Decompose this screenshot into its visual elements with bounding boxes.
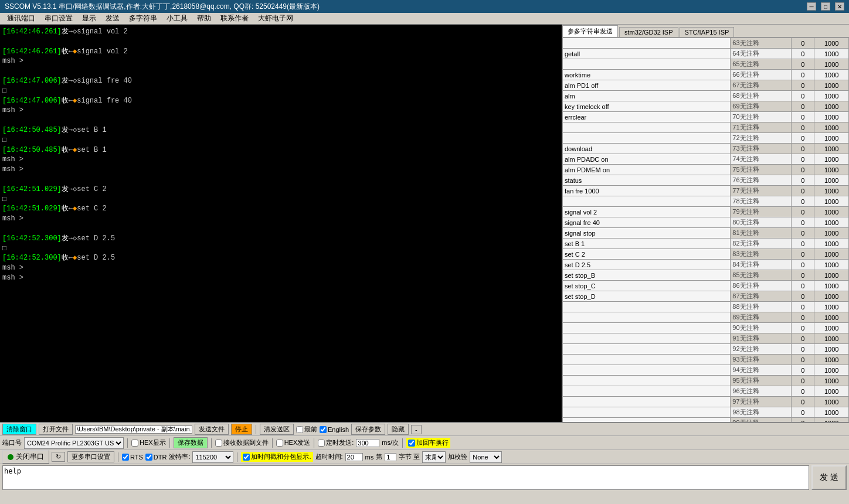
table-row[interactable]: set D 2.5 84无注释 0 1000 [563, 260, 849, 270]
table-row[interactable]: 88无注释 0 1000 [563, 302, 849, 312]
timed-send-label[interactable]: 定时发送: [318, 438, 354, 447]
send-area-button[interactable]: 清发送区 [260, 424, 294, 435]
menu-serial-settings[interactable]: 串口设置 [40, 13, 77, 24]
hex-send-checkbox[interactable] [276, 440, 283, 447]
byte-start-input[interactable] [385, 453, 396, 461]
table-row[interactable]: alm PDADC on 74无注释 0 1000 [563, 154, 849, 165]
hex-display-label[interactable]: HEX显示 [131, 438, 166, 447]
checksum-select[interactable]: None [470, 451, 502, 463]
cmd-cell: status [563, 175, 731, 186]
terminal-line: □ [2, 244, 559, 254]
table-row[interactable]: 96无注释 0 1000 [563, 386, 849, 397]
table-row[interactable]: errclear 70无注释 0 1000 [563, 112, 849, 122]
table-row[interactable]: alm 68无注释 0 1000 [563, 91, 849, 101]
table-row[interactable]: set stop_C 86无注释 0 1000 [563, 281, 849, 291]
timed-interval-input[interactable] [356, 439, 379, 447]
table-row[interactable]: key timelock off 69无注释 0 1000 [563, 101, 849, 112]
table-row[interactable]: 72无注释 0 1000 [563, 133, 849, 144]
table-row[interactable]: 91无注释 0 1000 [563, 333, 849, 344]
table-row[interactable]: 90无注释 0 1000 [563, 323, 849, 333]
table-row[interactable]: 71无注释 0 1000 [563, 122, 849, 133]
string-table-wrapper[interactable]: 63无注释 0 1000 getall 64无注释 0 1000 65无注释 0… [562, 38, 849, 422]
send-button[interactable]: 发 送 [811, 465, 847, 490]
table-row[interactable]: status 76无注释 0 1000 [563, 175, 849, 186]
timeout-input[interactable] [345, 453, 363, 461]
save-data-button[interactable]: 保存数据 [174, 437, 208, 448]
minimize-button[interactable]: ─ [807, 2, 816, 11]
hex-send-label[interactable]: HEX发送 [276, 438, 311, 447]
recv-to-file-label[interactable]: 接收数据到文件 [215, 438, 269, 447]
table-row[interactable]: set C 2 83无注释 0 1000 [563, 249, 849, 260]
timed-send-checkbox[interactable] [318, 440, 325, 447]
table-row[interactable]: worktime 66无注释 0 1000 [563, 70, 849, 80]
table-row[interactable]: 78无注释 0 1000 [563, 196, 849, 207]
minus-button[interactable]: - [411, 425, 422, 434]
table-row[interactable]: signal vol 2 79无注释 0 1000 [563, 207, 849, 217]
table-row[interactable]: signal stop 81无注释 0 1000 [563, 228, 849, 239]
table-row[interactable]: alm PD1 off 67无注释 0 1000 [563, 80, 849, 91]
count-cell: 0 [792, 302, 814, 312]
table-row[interactable]: 93无注释 0 1000 [563, 355, 849, 365]
add-newline-label[interactable]: 加回车换行 [406, 438, 450, 448]
terminal-output[interactable]: [16:42:46.261]发→◇signal vol 2 [16:42:46.… [0, 25, 562, 422]
port-select[interactable]: COM24 Prolific PL2303GT US [24, 437, 124, 449]
close-button[interactable]: ✕ [835, 2, 844, 11]
table-row[interactable]: set B 1 82无注释 0 1000 [563, 239, 849, 249]
last-checkbox-label[interactable]: 最前 [296, 425, 317, 434]
send-input[interactable]: help [2, 465, 809, 490]
english-checkbox-label[interactable]: English [320, 426, 349, 433]
open-file-button[interactable]: 打开文件 [39, 424, 73, 435]
last-checkbox[interactable] [296, 426, 303, 433]
rts-checkbox[interactable] [122, 454, 129, 461]
table-row[interactable]: getall 64无注释 0 1000 [563, 49, 849, 59]
tab-stc[interactable]: STC/IAP15 ISP [680, 27, 735, 37]
table-row[interactable]: fan fre 1000 77无注释 0 1000 [563, 186, 849, 196]
table-row[interactable]: set stop_B 85无注释 0 1000 [563, 270, 849, 281]
menu-daxia[interactable]: 大虾电子网 [253, 13, 298, 24]
stop-button[interactable]: 停止 [231, 424, 252, 435]
table-row[interactable]: 99无注释 0 1000 [563, 418, 849, 423]
menu-contact[interactable]: 联系作者 [216, 13, 253, 24]
tab-stm32[interactable]: stm32/GD32 ISP [619, 27, 678, 37]
dtr-checkbox[interactable] [145, 454, 152, 461]
cmd-cell [563, 312, 731, 323]
table-row[interactable]: signal fre 40 80无注释 0 1000 [563, 217, 849, 228]
menu-help[interactable]: 帮助 [192, 13, 216, 24]
table-row[interactable]: 94无注释 0 1000 [563, 365, 849, 376]
refresh-button[interactable]: ↻ [52, 452, 65, 462]
hide-button[interactable]: 隐藏 [388, 424, 409, 435]
menu-multistring[interactable]: 多字符串 [124, 13, 162, 24]
menu-tools[interactable]: 小工具 [162, 13, 192, 24]
english-checkbox[interactable] [320, 426, 327, 433]
timestamp-label[interactable]: 加时间戳和分包显示. [241, 452, 313, 462]
file-path-input[interactable] [75, 425, 192, 434]
menu-display[interactable]: 显示 [77, 13, 101, 24]
save-param-button[interactable]: 保存参数 [351, 424, 385, 435]
table-row[interactable]: 92无注释 0 1000 [563, 344, 849, 355]
add-newline-checkbox[interactable] [408, 440, 415, 447]
table-row[interactable]: 89无注释 0 1000 [563, 312, 849, 323]
maximize-button[interactable]: □ [821, 2, 830, 11]
byte-end-select[interactable]: 末尾 [422, 451, 446, 463]
menu-send[interactable]: 发送 [101, 13, 124, 24]
table-row[interactable]: 65无注释 0 1000 [563, 59, 849, 70]
dtr-label[interactable]: DTR [145, 454, 167, 461]
hex-display-checkbox[interactable] [131, 440, 138, 447]
recv-to-file-checkbox[interactable] [215, 440, 222, 447]
tab-multistring[interactable]: 参多字符串发送 [562, 25, 618, 37]
timestamp-checkbox[interactable] [243, 454, 250, 461]
rts-label[interactable]: RTS [122, 454, 143, 461]
table-row[interactable]: 95无注释 0 1000 [563, 376, 849, 386]
baud-select[interactable]: 115200 [192, 451, 233, 463]
table-row[interactable]: 98无注释 0 1000 [563, 407, 849, 418]
send-file-button[interactable]: 发送文件 [195, 424, 229, 435]
menu-comport[interactable]: 通讯端口 [2, 13, 40, 24]
more-settings-button[interactable]: 更多串口设置 [67, 451, 114, 462]
table-row[interactable]: 63无注释 0 1000 [563, 38, 849, 49]
close-port-button[interactable]: 关闭串口 [2, 450, 49, 464]
table-row[interactable]: set stop_D 87无注释 0 1000 [563, 291, 849, 302]
table-row[interactable]: download 73无注释 0 1000 [563, 144, 849, 154]
clear-window-button[interactable]: 清除窗口 [2, 424, 36, 435]
table-row[interactable]: alm PDMEM on 75无注释 0 1000 [563, 165, 849, 175]
table-row[interactable]: 97无注释 0 1000 [563, 397, 849, 407]
